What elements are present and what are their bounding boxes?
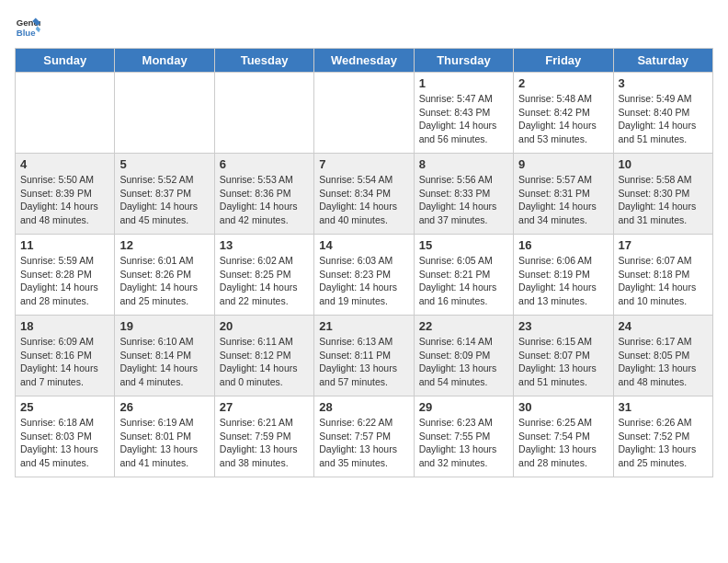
day-cell: 5Sunrise: 5:52 AM Sunset: 8:37 PM Daylig… — [115, 154, 214, 235]
day-info: Sunrise: 5:47 AM Sunset: 8:43 PM Dayligh… — [419, 92, 508, 146]
day-number: 6 — [220, 157, 309, 171]
day-number: 20 — [220, 319, 309, 333]
day-info: Sunrise: 6:15 AM Sunset: 8:07 PM Dayligh… — [518, 335, 608, 389]
day-info: Sunrise: 5:48 AM Sunset: 8:42 PM Dayligh… — [518, 92, 608, 146]
day-number: 23 — [518, 319, 608, 333]
day-cell: 26Sunrise: 6:19 AM Sunset: 8:01 PM Dayli… — [115, 396, 214, 477]
day-cell: 12Sunrise: 6:01 AM Sunset: 8:26 PM Dayli… — [115, 235, 214, 316]
week-row-3: 11Sunrise: 5:59 AM Sunset: 8:28 PM Dayli… — [16, 235, 713, 316]
day-number: 17 — [619, 238, 708, 252]
day-number: 18 — [20, 319, 109, 333]
day-info: Sunrise: 5:52 AM Sunset: 8:37 PM Dayligh… — [119, 173, 209, 227]
weekday-header-saturday: Saturday — [613, 49, 712, 73]
day-info: Sunrise: 5:58 AM Sunset: 8:30 PM Dayligh… — [619, 173, 708, 227]
day-number: 19 — [119, 319, 209, 333]
day-info: Sunrise: 5:59 AM Sunset: 8:28 PM Dayligh… — [20, 254, 109, 308]
day-number: 10 — [619, 157, 708, 171]
day-cell: 23Sunrise: 6:15 AM Sunset: 8:07 PM Dayli… — [514, 316, 613, 396]
day-info: Sunrise: 6:25 AM Sunset: 7:54 PM Dayligh… — [518, 416, 608, 470]
day-number: 3 — [619, 76, 708, 90]
day-number: 26 — [119, 400, 209, 414]
day-number: 15 — [419, 238, 508, 252]
day-cell: 31Sunrise: 6:26 AM Sunset: 7:52 PM Dayli… — [613, 396, 712, 477]
day-cell: 24Sunrise: 6:17 AM Sunset: 8:05 PM Dayli… — [613, 316, 712, 396]
day-cell: 13Sunrise: 6:02 AM Sunset: 8:25 PM Dayli… — [214, 235, 313, 316]
day-cell: 22Sunrise: 6:14 AM Sunset: 8:09 PM Dayli… — [414, 316, 513, 396]
day-cell: 20Sunrise: 6:11 AM Sunset: 8:12 PM Dayli… — [214, 316, 313, 396]
day-cell: 10Sunrise: 5:58 AM Sunset: 8:30 PM Dayli… — [613, 154, 712, 235]
day-info: Sunrise: 6:17 AM Sunset: 8:05 PM Dayligh… — [619, 335, 708, 389]
day-info: Sunrise: 6:21 AM Sunset: 7:59 PM Dayligh… — [220, 416, 309, 470]
day-cell: 14Sunrise: 6:03 AM Sunset: 8:23 PM Dayli… — [314, 235, 414, 316]
calendar-table: SundayMondayTuesdayWednesdayThursdayFrid… — [15, 48, 713, 477]
day-info: Sunrise: 6:07 AM Sunset: 8:18 PM Dayligh… — [619, 254, 708, 308]
day-cell: 2Sunrise: 5:48 AM Sunset: 8:42 PM Daylig… — [514, 73, 613, 154]
weekday-header-sunday: Sunday — [16, 49, 115, 73]
day-info: Sunrise: 5:56 AM Sunset: 8:33 PM Dayligh… — [419, 173, 508, 227]
day-cell: 1Sunrise: 5:47 AM Sunset: 8:43 PM Daylig… — [414, 73, 513, 154]
day-info: Sunrise: 6:23 AM Sunset: 7:55 PM Dayligh… — [419, 416, 508, 470]
day-cell — [214, 73, 313, 154]
day-number: 30 — [518, 400, 608, 414]
day-info: Sunrise: 6:10 AM Sunset: 8:14 PM Dayligh… — [119, 335, 209, 389]
week-row-2: 4Sunrise: 5:50 AM Sunset: 8:39 PM Daylig… — [16, 154, 713, 235]
day-number: 4 — [20, 157, 109, 171]
day-number: 24 — [619, 319, 708, 333]
day-cell — [16, 73, 115, 154]
logo: General Blue — [15, 15, 40, 40]
day-number: 22 — [419, 319, 508, 333]
day-cell — [115, 73, 214, 154]
day-info: Sunrise: 6:26 AM Sunset: 7:52 PM Dayligh… — [619, 416, 708, 470]
weekday-header-tuesday: Tuesday — [214, 49, 313, 73]
day-info: Sunrise: 5:54 AM Sunset: 8:34 PM Dayligh… — [319, 173, 408, 227]
day-number: 11 — [20, 238, 109, 252]
day-info: Sunrise: 6:06 AM Sunset: 8:19 PM Dayligh… — [518, 254, 608, 308]
week-row-1: 1Sunrise: 5:47 AM Sunset: 8:43 PM Daylig… — [16, 73, 713, 154]
day-number: 28 — [319, 400, 408, 414]
day-number: 16 — [518, 238, 608, 252]
day-number: 1 — [419, 76, 508, 90]
day-info: Sunrise: 5:57 AM Sunset: 8:31 PM Dayligh… — [518, 173, 608, 227]
day-cell: 3Sunrise: 5:49 AM Sunset: 8:40 PM Daylig… — [613, 73, 712, 154]
day-number: 29 — [419, 400, 508, 414]
day-cell: 27Sunrise: 6:21 AM Sunset: 7:59 PM Dayli… — [214, 396, 313, 477]
day-info: Sunrise: 5:50 AM Sunset: 8:39 PM Dayligh… — [20, 173, 109, 227]
day-cell: 8Sunrise: 5:56 AM Sunset: 8:33 PM Daylig… — [414, 154, 513, 235]
day-number: 31 — [619, 400, 708, 414]
day-info: Sunrise: 6:05 AM Sunset: 8:21 PM Dayligh… — [419, 254, 508, 308]
day-number: 27 — [220, 400, 309, 414]
header: General Blue — [15, 15, 713, 40]
weekday-header-friday: Friday — [514, 49, 613, 73]
day-cell: 28Sunrise: 6:22 AM Sunset: 7:57 PM Dayli… — [314, 396, 414, 477]
weekday-header-thursday: Thursday — [414, 49, 513, 73]
day-number: 21 — [319, 319, 408, 333]
day-info: Sunrise: 6:11 AM Sunset: 8:12 PM Dayligh… — [220, 335, 309, 389]
day-info: Sunrise: 6:13 AM Sunset: 8:11 PM Dayligh… — [319, 335, 408, 389]
day-cell: 25Sunrise: 6:18 AM Sunset: 8:03 PM Dayli… — [16, 396, 115, 477]
day-cell: 9Sunrise: 5:57 AM Sunset: 8:31 PM Daylig… — [514, 154, 613, 235]
day-number: 12 — [119, 238, 209, 252]
week-row-5: 25Sunrise: 6:18 AM Sunset: 8:03 PM Dayli… — [16, 396, 713, 477]
day-cell: 18Sunrise: 6:09 AM Sunset: 8:16 PM Dayli… — [16, 316, 115, 396]
day-number: 25 — [20, 400, 109, 414]
weekday-header-monday: Monday — [115, 49, 214, 73]
day-number: 2 — [518, 76, 608, 90]
day-number: 13 — [220, 238, 309, 252]
day-number: 5 — [119, 157, 209, 171]
day-info: Sunrise: 5:53 AM Sunset: 8:36 PM Dayligh… — [220, 173, 309, 227]
day-info: Sunrise: 6:03 AM Sunset: 8:23 PM Dayligh… — [319, 254, 408, 308]
day-cell: 7Sunrise: 5:54 AM Sunset: 8:34 PM Daylig… — [314, 154, 414, 235]
day-cell: 29Sunrise: 6:23 AM Sunset: 7:55 PM Dayli… — [414, 396, 513, 477]
day-number: 9 — [518, 157, 608, 171]
day-cell: 6Sunrise: 5:53 AM Sunset: 8:36 PM Daylig… — [214, 154, 313, 235]
day-cell: 17Sunrise: 6:07 AM Sunset: 8:18 PM Dayli… — [613, 235, 712, 316]
day-info: Sunrise: 6:18 AM Sunset: 8:03 PM Dayligh… — [20, 416, 109, 470]
day-cell: 19Sunrise: 6:10 AM Sunset: 8:14 PM Dayli… — [115, 316, 214, 396]
day-number: 14 — [319, 238, 408, 252]
day-cell: 16Sunrise: 6:06 AM Sunset: 8:19 PM Dayli… — [514, 235, 613, 316]
day-info: Sunrise: 6:19 AM Sunset: 8:01 PM Dayligh… — [119, 416, 209, 470]
svg-text:Blue: Blue — [17, 28, 36, 38]
day-cell: 11Sunrise: 5:59 AM Sunset: 8:28 PM Dayli… — [16, 235, 115, 316]
logo-icon: General Blue — [15, 15, 40, 40]
week-row-4: 18Sunrise: 6:09 AM Sunset: 8:16 PM Dayli… — [16, 316, 713, 396]
